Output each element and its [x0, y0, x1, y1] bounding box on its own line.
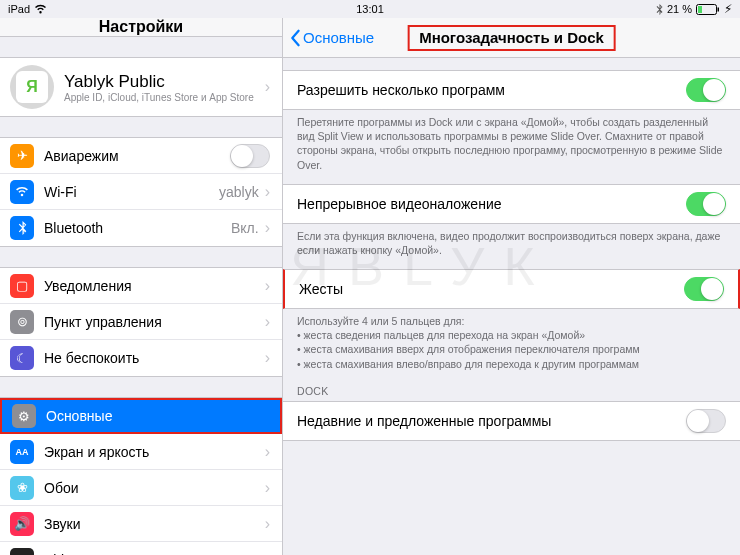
dnd-icon: ☾ — [10, 346, 34, 370]
account-sub: Apple ID, iCloud, iTunes Store и App Sto… — [64, 92, 265, 103]
sidebar-item-account[interactable]: Я Yablyk Public Apple ID, iCloud, iTunes… — [0, 58, 282, 116]
bluetooth-icon — [656, 4, 663, 15]
chevron-right-icon: › — [265, 551, 270, 555]
chevron-right-icon: › — [265, 219, 270, 237]
clock: 13:01 — [356, 3, 384, 15]
row-pip[interactable]: Непрерывное видеоналожение — [283, 185, 740, 223]
sidebar-item-wifi[interactable]: Wi-Fi yablyk › — [0, 174, 282, 210]
sidebar-title: Настройки — [99, 18, 183, 36]
sidebar-item-notifications[interactable]: ▢ Уведомления › — [0, 268, 282, 304]
notifications-icon: ▢ — [10, 274, 34, 298]
detail-title: Многозадачность и Dock — [419, 29, 604, 46]
control-center-icon: ⊚ — [10, 310, 34, 334]
siri-icon: ◉ — [10, 548, 34, 555]
chevron-right-icon: › — [265, 78, 270, 96]
avatar: Я — [10, 65, 54, 109]
chevron-right-icon: › — [265, 443, 270, 461]
row-allow-multiple[interactable]: Разрешить несколько программ — [283, 71, 740, 109]
chevron-right-icon: › — [265, 515, 270, 533]
gestures-toggle[interactable] — [684, 277, 724, 301]
allow-multiple-footer: Перетяните программы из Dock или с экран… — [283, 110, 740, 172]
chevron-left-icon — [289, 29, 301, 47]
back-button[interactable]: Основные — [283, 29, 374, 47]
charging-icon: ⚡︎ — [724, 2, 732, 16]
recent-toggle[interactable] — [686, 409, 726, 433]
chevron-right-icon: › — [265, 479, 270, 497]
sidebar-item-general[interactable]: ⚙︎ Основные — [0, 398, 282, 434]
chevron-right-icon: › — [265, 349, 270, 367]
sidebar-item-sounds[interactable]: 🔊 Звуки › — [0, 506, 282, 542]
bluetooth-settings-icon — [10, 216, 34, 240]
sidebar-header: Настройки — [0, 18, 282, 37]
airplane-toggle[interactable] — [230, 144, 270, 168]
highlight-gestures: Жесты — [283, 269, 740, 309]
sidebar-item-airplane[interactable]: ✈︎ Авиарежим — [0, 138, 282, 174]
gear-icon: ⚙︎ — [12, 404, 36, 428]
wallpaper-icon: ❀ — [10, 476, 34, 500]
battery-icon — [696, 4, 720, 15]
row-gestures[interactable]: Жесты — [285, 270, 738, 308]
display-icon: AA — [10, 440, 34, 464]
chevron-right-icon: › — [265, 183, 270, 201]
row-recent[interactable]: Недавние и предложенные программы — [283, 402, 740, 440]
sidebar-item-bluetooth[interactable]: Bluetooth Вкл. › — [0, 210, 282, 246]
detail-pane: Основные Многозадачность и Dock Разрешит… — [283, 18, 740, 555]
sidebar-item-display[interactable]: AA Экран и яркость › — [0, 434, 282, 470]
sidebar-item-siri[interactable]: ◉ Siri и Поиск › — [0, 542, 282, 555]
sidebar-item-control-center[interactable]: ⊚ Пункт управления › — [0, 304, 282, 340]
pip-toggle[interactable] — [686, 192, 726, 216]
pip-footer: Если эта функция включена, видео продолж… — [283, 224, 740, 257]
highlight-title: Многозадачность и Dock — [407, 25, 616, 51]
battery-label: 21 % — [667, 3, 692, 15]
svg-rect-2 — [718, 7, 720, 11]
sidebar-item-wallpaper[interactable]: ❀ Обои › — [0, 470, 282, 506]
account-name: Yablyk Public — [64, 72, 265, 92]
wifi-settings-icon — [10, 180, 34, 204]
detail-header: Основные Многозадачность и Dock — [283, 18, 740, 58]
airplane-icon: ✈︎ — [10, 144, 34, 168]
allow-multiple-toggle[interactable] — [686, 78, 726, 102]
sounds-icon: 🔊 — [10, 512, 34, 536]
chevron-right-icon: › — [265, 313, 270, 331]
dock-section-header: DOCK — [283, 371, 740, 401]
device-label: iPad — [8, 3, 30, 15]
svg-rect-1 — [698, 6, 702, 13]
sidebar-item-dnd[interactable]: ☾ Не беспокоить › — [0, 340, 282, 376]
chevron-right-icon: › — [265, 277, 270, 295]
sidebar: Настройки Я Yablyk Public Apple ID, iClo… — [0, 18, 283, 555]
wifi-icon — [34, 4, 47, 14]
status-bar: iPad 13:01 21 % ⚡︎ — [0, 0, 740, 18]
gestures-footer: Используйте 4 или 5 пальцев для: жеста с… — [283, 309, 740, 371]
